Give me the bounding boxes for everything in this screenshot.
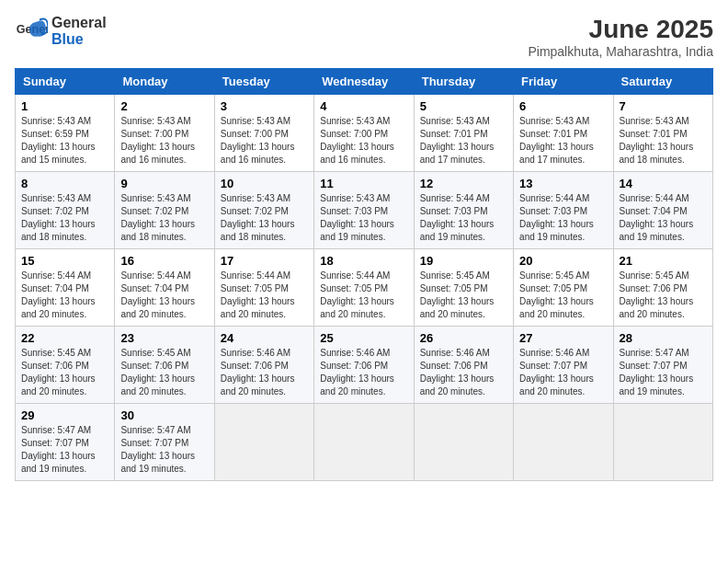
day-info: Sunrise: 5:45 AM Sunset: 7:06 PM Dayligh…: [120, 347, 208, 398]
day-info: Sunrise: 5:44 AM Sunset: 7:04 PM Dayligh…: [120, 270, 208, 321]
logo-icon: General: [15, 15, 48, 48]
sunrise-label: Sunrise: 5:45 AM: [519, 270, 589, 281]
calendar-table: Sunday Monday Tuesday Wednesday Thursday…: [15, 68, 713, 481]
day-number: 20: [519, 254, 607, 268]
day-number: 17: [221, 254, 308, 268]
daylight-label: Daylight: 13 hours and 20 minutes.: [120, 373, 195, 396]
sunrise-label: Sunrise: 5:47 AM: [21, 425, 91, 435]
col-friday: Friday: [514, 69, 613, 95]
calendar-cell: 27 Sunrise: 5:46 AM Sunset: 7:07 PM Dayl…: [514, 327, 613, 404]
calendar-cell: 14 Sunrise: 5:44 AM Sunset: 7:04 PM Dayl…: [613, 172, 712, 249]
calendar-cell: 6 Sunrise: 5:43 AM Sunset: 7:01 PM Dayli…: [514, 95, 613, 172]
sunrise-label: Sunrise: 5:44 AM: [320, 270, 390, 281]
calendar-cell: [214, 404, 313, 481]
day-info: Sunrise: 5:45 AM Sunset: 7:05 PM Dayligh…: [420, 270, 507, 321]
day-info: Sunrise: 5:44 AM Sunset: 7:04 PM Dayligh…: [21, 270, 108, 321]
sunset-label: Sunset: 7:00 PM: [221, 129, 289, 139]
sunset-label: Sunset: 7:07 PM: [620, 361, 688, 371]
sunset-label: Sunset: 7:02 PM: [221, 206, 289, 216]
sunset-label: Sunset: 7:03 PM: [320, 206, 388, 216]
month-title: June 2025: [528, 15, 713, 44]
day-number: 10: [221, 177, 308, 190]
logo-blue: Blue: [51, 31, 84, 47]
sunset-label: Sunset: 6:59 PM: [21, 129, 89, 139]
day-number: 12: [420, 177, 507, 190]
day-info: Sunrise: 5:43 AM Sunset: 7:03 PM Dayligh…: [320, 192, 407, 244]
sunset-label: Sunset: 7:06 PM: [620, 283, 688, 293]
sunrise-label: Sunrise: 5:47 AM: [120, 425, 190, 435]
calendar-cell: 19 Sunrise: 5:45 AM Sunset: 7:05 PM Dayl…: [414, 249, 513, 327]
day-info: Sunrise: 5:43 AM Sunset: 7:01 PM Dayligh…: [620, 115, 707, 167]
daylight-label: Daylight: 13 hours and 20 minutes.: [320, 373, 394, 396]
daylight-label: Daylight: 13 hours and 18 minutes.: [21, 219, 96, 242]
daylight-label: Daylight: 13 hours and 18 minutes.: [221, 219, 295, 242]
sunrise-label: Sunrise: 5:43 AM: [21, 116, 91, 126]
calendar-cell: [314, 404, 414, 481]
day-info: Sunrise: 5:47 AM Sunset: 7:07 PM Dayligh…: [620, 347, 707, 398]
day-number: 15: [21, 254, 108, 268]
calendar-cell: 10 Sunrise: 5:43 AM Sunset: 7:02 PM Dayl…: [214, 172, 313, 249]
day-info: Sunrise: 5:45 AM Sunset: 7:05 PM Dayligh…: [519, 270, 607, 321]
day-info: Sunrise: 5:46 AM Sunset: 7:06 PM Dayligh…: [320, 347, 407, 398]
day-number: 28: [620, 331, 707, 345]
calendar-cell: 9 Sunrise: 5:43 AM Sunset: 7:02 PM Dayli…: [115, 172, 214, 249]
day-number: 16: [120, 254, 208, 268]
sunset-label: Sunset: 7:02 PM: [120, 206, 188, 216]
day-info: Sunrise: 5:46 AM Sunset: 7:06 PM Dayligh…: [420, 347, 507, 398]
sunrise-label: Sunrise: 5:45 AM: [420, 270, 490, 281]
day-info: Sunrise: 5:44 AM Sunset: 7:04 PM Dayligh…: [620, 192, 707, 244]
day-number: 5: [420, 99, 507, 113]
sunset-label: Sunset: 7:01 PM: [620, 129, 688, 139]
daylight-label: Daylight: 13 hours and 19 minutes.: [519, 219, 594, 242]
sunrise-label: Sunrise: 5:44 AM: [120, 270, 190, 281]
day-info: Sunrise: 5:43 AM Sunset: 7:00 PM Dayligh…: [120, 115, 208, 167]
daylight-label: Daylight: 13 hours and 17 minutes.: [519, 142, 594, 165]
calendar-cell: 22 Sunrise: 5:45 AM Sunset: 7:06 PM Dayl…: [16, 327, 115, 404]
calendar-cell: 29 Sunrise: 5:47 AM Sunset: 7:07 PM Dayl…: [16, 404, 115, 481]
sunset-label: Sunset: 7:03 PM: [420, 206, 488, 216]
daylight-label: Daylight: 13 hours and 20 minutes.: [620, 296, 694, 319]
day-number: 21: [620, 254, 707, 268]
day-number: 23: [120, 331, 208, 345]
sunset-label: Sunset: 7:06 PM: [221, 361, 289, 371]
sunset-label: Sunset: 7:05 PM: [420, 283, 488, 293]
sunset-label: Sunset: 7:05 PM: [519, 283, 587, 293]
calendar-cell: 8 Sunrise: 5:43 AM Sunset: 7:02 PM Dayli…: [16, 172, 115, 249]
daylight-label: Daylight: 13 hours and 19 minutes.: [420, 219, 495, 242]
day-info: Sunrise: 5:46 AM Sunset: 7:06 PM Dayligh…: [221, 347, 308, 398]
sunset-label: Sunset: 7:02 PM: [21, 206, 89, 216]
sunrise-label: Sunrise: 5:43 AM: [320, 116, 390, 126]
title-area: June 2025 Pimpalkhuta, Maharashtra, Indi…: [528, 15, 713, 59]
day-number: 27: [519, 331, 607, 345]
daylight-label: Daylight: 13 hours and 19 minutes.: [21, 451, 96, 474]
sunrise-label: Sunrise: 5:45 AM: [620, 270, 689, 281]
day-number: 3: [221, 99, 308, 113]
day-info: Sunrise: 5:43 AM Sunset: 7:00 PM Dayligh…: [320, 115, 407, 167]
calendar-cell: 23 Sunrise: 5:45 AM Sunset: 7:06 PM Dayl…: [115, 327, 214, 404]
calendar-cell: 4 Sunrise: 5:43 AM Sunset: 7:00 PM Dayli…: [314, 95, 414, 172]
sunset-label: Sunset: 7:06 PM: [420, 361, 488, 371]
day-number: 14: [620, 177, 707, 190]
calendar-cell: [414, 404, 513, 481]
calendar-cell: 2 Sunrise: 5:43 AM Sunset: 7:00 PM Dayli…: [115, 95, 214, 172]
calendar-cell: 15 Sunrise: 5:44 AM Sunset: 7:04 PM Dayl…: [16, 249, 115, 327]
daylight-label: Daylight: 13 hours and 15 minutes.: [21, 142, 96, 165]
calendar-cell: 12 Sunrise: 5:44 AM Sunset: 7:03 PM Dayl…: [414, 172, 513, 249]
daylight-label: Daylight: 13 hours and 19 minutes.: [620, 373, 694, 396]
day-info: Sunrise: 5:43 AM Sunset: 7:00 PM Dayligh…: [221, 115, 308, 167]
day-info: Sunrise: 5:43 AM Sunset: 7:01 PM Dayligh…: [420, 115, 507, 167]
sunrise-label: Sunrise: 5:43 AM: [221, 193, 290, 203]
sunrise-label: Sunrise: 5:44 AM: [620, 193, 689, 203]
day-number: 1: [21, 99, 108, 113]
daylight-label: Daylight: 13 hours and 20 minutes.: [519, 296, 594, 319]
daylight-label: Daylight: 13 hours and 16 minutes.: [221, 142, 295, 165]
calendar-cell: 3 Sunrise: 5:43 AM Sunset: 7:00 PM Dayli…: [214, 95, 313, 172]
calendar-cell: 26 Sunrise: 5:46 AM Sunset: 7:06 PM Dayl…: [414, 327, 513, 404]
sunrise-label: Sunrise: 5:45 AM: [120, 348, 190, 358]
day-number: 29: [21, 408, 108, 422]
sunrise-label: Sunrise: 5:43 AM: [420, 116, 490, 126]
location-title: Pimpalkhuta, Maharashtra, India: [528, 44, 713, 59]
col-thursday: Thursday: [414, 69, 513, 95]
daylight-label: Daylight: 13 hours and 18 minutes.: [120, 219, 195, 242]
sunset-label: Sunset: 7:04 PM: [120, 283, 188, 293]
